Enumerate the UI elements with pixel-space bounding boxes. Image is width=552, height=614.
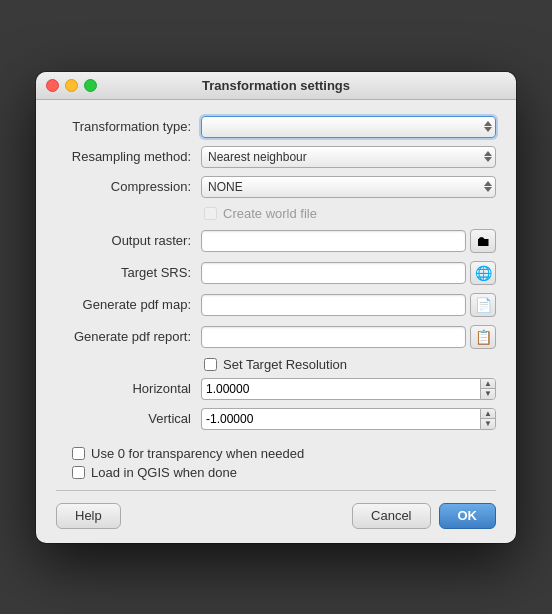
vertical-row: Vertical -1.00000 ▲ ▼ <box>56 408 496 430</box>
generate-pdf-map-row: Generate pdf map: 📄 <box>56 293 496 317</box>
output-raster-browse-button[interactable]: 🖿 <box>470 229 496 253</box>
compression-select[interactable]: NONE LZW PACKBITS DEFLATE <box>201 176 496 198</box>
transformation-type-label: Transformation type: <box>56 119 201 134</box>
output-raster-input-group: 🖿 <box>201 229 496 253</box>
window-title: Transformation settings <box>202 78 350 93</box>
horizontal-spin-down[interactable]: ▼ <box>481 389 495 399</box>
generate-pdf-report-input-group: 📋 <box>201 325 496 349</box>
horizontal-spin-up[interactable]: ▲ <box>481 379 495 390</box>
transformation-type-row: Transformation type: <box>56 116 496 138</box>
resampling-method-label: Resampling method: <box>56 149 201 164</box>
folder-pdf-report-icon: 📋 <box>475 329 492 345</box>
output-raster-input[interactable] <box>201 230 466 252</box>
close-button[interactable] <box>46 79 59 92</box>
help-button[interactable]: Help <box>56 503 121 529</box>
compression-row: Compression: NONE LZW PACKBITS DEFLATE <box>56 176 496 198</box>
vertical-spinner-buttons: ▲ ▼ <box>480 408 496 430</box>
confirm-buttons: Cancel OK <box>352 503 496 529</box>
generate-pdf-map-input-group: 📄 <box>201 293 496 317</box>
compression-wrapper: NONE LZW PACKBITS DEFLATE <box>201 176 496 198</box>
vertical-input[interactable]: -1.00000 <box>201 408 480 430</box>
use-transparency-checkbox[interactable] <box>72 447 85 460</box>
target-srs-input[interactable] <box>201 262 466 284</box>
target-srs-input-group: 🌐 <box>201 261 496 285</box>
resampling-method-row: Resampling method: Nearest neighbour Bil… <box>56 146 496 168</box>
folder-raster-icon: 🖿 <box>476 233 490 249</box>
resampling-method-select[interactable]: Nearest neighbour Bilinear Cubic <box>201 146 496 168</box>
output-raster-label: Output raster: <box>56 233 201 248</box>
create-world-file-checkbox[interactable] <box>204 207 217 220</box>
generate-pdf-map-label: Generate pdf map: <box>56 297 201 312</box>
generate-pdf-report-browse-button[interactable]: 📋 <box>470 325 496 349</box>
use-transparency-row: Use 0 for transparency when needed <box>56 446 496 461</box>
horizontal-spinner-buttons: ▲ ▼ <box>480 378 496 400</box>
generate-pdf-map-browse-button[interactable]: 📄 <box>470 293 496 317</box>
load-in-qgis-checkbox[interactable] <box>72 466 85 479</box>
folder-pdf-map-icon: 📄 <box>475 297 492 313</box>
target-srs-browse-button[interactable]: 🌐 <box>470 261 496 285</box>
separator <box>56 490 496 491</box>
generate-pdf-report-label: Generate pdf report: <box>56 329 201 344</box>
set-target-resolution-row: Set Target Resolution <box>56 357 496 372</box>
create-world-file-row: Create world file <box>56 206 496 221</box>
title-bar: Transformation settings <box>36 72 516 100</box>
horizontal-input[interactable]: 1.00000 <box>201 378 480 400</box>
horizontal-row: Horizontal 1.00000 ▲ ▼ <box>56 378 496 400</box>
window-controls <box>46 79 97 92</box>
vertical-label: Vertical <box>56 411 201 426</box>
vertical-spin-down[interactable]: ▼ <box>481 419 495 429</box>
output-raster-row: Output raster: 🖿 <box>56 229 496 253</box>
generate-pdf-report-input[interactable] <box>201 326 466 348</box>
create-world-file-label: Create world file <box>223 206 317 221</box>
set-target-resolution-checkbox[interactable] <box>204 358 217 371</box>
generate-pdf-report-row: Generate pdf report: 📋 <box>56 325 496 349</box>
transformation-type-wrapper <box>201 116 496 138</box>
vertical-spinner: -1.00000 ▲ ▼ <box>201 408 496 430</box>
set-target-resolution-label: Set Target Resolution <box>223 357 347 372</box>
ok-button[interactable]: OK <box>439 503 497 529</box>
target-srs-label: Target SRS: <box>56 265 201 280</box>
maximize-button[interactable] <box>84 79 97 92</box>
load-in-qgis-label: Load in QGIS when done <box>91 465 237 480</box>
cancel-button[interactable]: Cancel <box>352 503 430 529</box>
button-row: Help Cancel OK <box>56 499 496 529</box>
target-srs-row: Target SRS: 🌐 <box>56 261 496 285</box>
minimize-button[interactable] <box>65 79 78 92</box>
transformation-settings-window: Transformation settings Transformation t… <box>36 72 516 543</box>
resampling-method-wrapper: Nearest neighbour Bilinear Cubic <box>201 146 496 168</box>
transformation-type-select[interactable] <box>201 116 496 138</box>
use-transparency-label: Use 0 for transparency when needed <box>91 446 304 461</box>
horizontal-label: Horizontal <box>56 381 201 396</box>
compression-label: Compression: <box>56 179 201 194</box>
form-content: Transformation type: Resampling method: … <box>36 100 516 543</box>
horizontal-spinner: 1.00000 ▲ ▼ <box>201 378 496 400</box>
load-in-qgis-row: Load in QGIS when done <box>56 465 496 480</box>
generate-pdf-map-input[interactable] <box>201 294 466 316</box>
vertical-spin-up[interactable]: ▲ <box>481 409 495 420</box>
folder-srs-icon: 🌐 <box>475 265 492 281</box>
